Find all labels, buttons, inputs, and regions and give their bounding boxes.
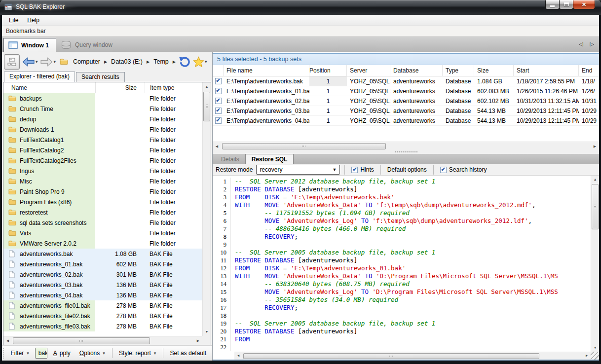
file-list-vertical-scrollbar[interactable]: ▲ ▼ [202, 82, 211, 336]
close-button[interactable]: ✕ [573, 0, 595, 9]
backup-row[interactable]: E:\Temp\adventureworks_04.bak1YOHZ_05\SQ… [213, 116, 599, 126]
backup-row[interactable]: E:\Temp\adventureworks.bak1YOHZ_05\SQL20… [213, 76, 599, 86]
filter-value-combobox[interactable]: bak ▾ [35, 348, 47, 359]
column-header-type[interactable]: Type [443, 65, 474, 76]
file-row[interactable]: adventureworks_file02.bak278 MBBAK File [3, 311, 202, 321]
minimize-button[interactable] [545, 0, 560, 9]
folder-row[interactable]: Program Files (x86)File folder [3, 197, 202, 207]
code-vertical-scrollbar[interactable]: ▲ ▼ [591, 176, 599, 352]
maximize-button[interactable] [559, 0, 573, 9]
scroll-right-icon[interactable]: ▶ [583, 352, 591, 360]
tab-search-results[interactable]: Search results [76, 72, 125, 82]
menu-help[interactable]: Help [23, 16, 43, 25]
splitter-handle[interactable] [395, 151, 417, 152]
folder-row[interactable]: restoretestFile folder [3, 207, 202, 218]
scroll-up-icon[interactable]: ▲ [591, 176, 599, 183]
filter-value[interactable]: bak [36, 348, 47, 358]
backup-table-horizontal-scrollbar[interactable]: ◀ ▶ [213, 142, 599, 150]
folder-row[interactable]: sql data sets screenshotsFile folder [3, 218, 202, 228]
style-menu-button[interactable]: Style: report ▾ [116, 348, 159, 359]
search-history-checkbox-item[interactable]: Search history [438, 166, 489, 173]
backup-row-checkbox[interactable] [215, 98, 222, 104]
tab-explorer-filtered[interactable]: Explorer - filtered (bak) [4, 72, 75, 82]
folder-row[interactable]: FullTextCatalog1File folder [3, 135, 202, 145]
back-history-dropdown-icon[interactable]: ▾ [36, 59, 38, 64]
folder-row[interactable]: MiscFile folder [3, 176, 202, 186]
scrollbar-thumb[interactable] [592, 184, 599, 229]
backup-row[interactable]: E:\Temp\adventureworks_02.bak1YOHZ_05\SQ… [213, 96, 599, 106]
column-header-size[interactable]: Size [474, 65, 514, 76]
folder-row[interactable]: Crunch TimeFile folder [3, 104, 202, 114]
backup-row-checkbox[interactable] [215, 78, 222, 84]
file-row[interactable]: adventureworks_01.bak602 MBBAK File [3, 259, 202, 269]
breadcrumb-item[interactable]: Computer [72, 57, 101, 66]
file-row[interactable]: adventureworks_04.bak136 MBBAK File [3, 290, 202, 300]
backup-row[interactable]: E:\Temp\adventureworks_01.bak1YOHZ_05\SQ… [213, 86, 599, 96]
folder-tree-button[interactable] [4, 54, 20, 70]
breadcrumb-item[interactable]: Temp [152, 57, 170, 66]
folder-row[interactable]: FullTextCatalog2File folder [3, 145, 202, 155]
scrollbar-thumb[interactable] [222, 143, 386, 149]
scroll-up-icon[interactable]: ▲ [203, 82, 211, 91]
scrollbar-thumb[interactable] [203, 92, 210, 121]
default-options-button[interactable]: Default options [385, 166, 429, 173]
back-button[interactable]: ▾ [22, 57, 38, 67]
tab-scroll-left-icon[interactable]: ◁ [579, 41, 583, 47]
folder-row[interactable]: FullTextCatalog2FilesFile folder [3, 155, 202, 166]
backup-row-checkbox[interactable] [215, 108, 222, 114]
scroll-down-icon[interactable]: ▼ [203, 328, 211, 336]
column-header-file-name[interactable]: File name [224, 65, 309, 76]
column-header-size[interactable]: Size [95, 82, 145, 93]
breadcrumb-item[interactable]: Data03 (E:) [110, 57, 144, 66]
column-header-end[interactable]: End [579, 65, 599, 76]
tab-scroll-right-icon[interactable]: ▷ [590, 41, 594, 47]
search-history-checkbox[interactable] [440, 167, 447, 173]
tab-query-window[interactable]: Query window [56, 38, 119, 52]
forward-button[interactable]: ▾ [40, 57, 56, 67]
resize-grip[interactable] [591, 352, 599, 360]
file-row[interactable]: adventureworks_file03.bak278 MBBAK File [3, 321, 202, 331]
column-header-item-type[interactable]: Item type [145, 82, 202, 93]
folder-row[interactable]: VidsFile folder [3, 228, 202, 238]
scroll-left-icon[interactable]: ◀ [3, 336, 12, 345]
forward-history-dropdown-icon[interactable]: ▾ [54, 59, 56, 64]
scroll-left-icon[interactable]: ◀ [213, 142, 221, 150]
apply-button[interactable]: Apply [50, 348, 74, 359]
folder-row[interactable]: VMWare Server 2.0.2File folder [3, 238, 202, 249]
sql-code-editor[interactable]: 1-- SQL Server 2012 database backup file… [213, 176, 599, 360]
column-header-server[interactable]: Server [347, 65, 390, 76]
scroll-right-icon[interactable]: ▶ [591, 142, 599, 150]
refresh-button[interactable] [179, 56, 191, 68]
horizontal-splitter[interactable] [213, 150, 599, 154]
hints-checkbox-item[interactable]: Hints [349, 166, 376, 173]
tab-window-1[interactable]: Window 1 [3, 38, 56, 52]
folder-row[interactable]: IngusFile folder [3, 166, 202, 176]
backup-row-checkbox[interactable] [215, 88, 222, 94]
file-row[interactable]: adventureworks.bak1.08 GBBAK File [3, 249, 202, 259]
file-row[interactable]: adventureworks_file01.bak278 MBBAK File [3, 300, 202, 311]
menu-file[interactable]: File [5, 16, 22, 25]
column-header-name[interactable]: Name [3, 82, 95, 93]
column-header-database[interactable]: Database [390, 65, 443, 76]
column-header-position[interactable]: Position [309, 65, 347, 76]
scroll-down-icon[interactable]: ▼ [591, 344, 599, 352]
favorites-dropdown-icon[interactable]: ▾ [205, 59, 207, 64]
folder-row[interactable]: Paint Shop Pro 9File folder [3, 186, 202, 197]
folder-row[interactable]: backupsFile folder [3, 93, 202, 104]
scrollbar-thumb[interactable] [13, 337, 150, 344]
restore-mode-select[interactable]: recovery ▼ [256, 165, 340, 175]
filter-menu-button[interactable]: Filter ▾ [8, 348, 32, 359]
tab-restore-sql[interactable]: Restore SQL [245, 154, 294, 164]
scroll-right-icon[interactable]: ▶ [194, 336, 202, 345]
folder-row[interactable]: dedupFile folder [3, 114, 202, 124]
options-menu-button[interactable]: Options ▾ [76, 348, 108, 359]
hints-checkbox[interactable] [351, 167, 358, 173]
file-list-horizontal-scrollbar[interactable]: ◀ ▶ [3, 336, 202, 345]
set-as-default-button[interactable]: Set as default [167, 348, 209, 359]
favorites-button[interactable]: ▾ [193, 56, 207, 68]
scrollbar-thumb[interactable] [243, 353, 539, 359]
scroll-left-icon[interactable]: ◀ [234, 352, 242, 360]
code-horizontal-scrollbar[interactable]: ◀ ▶ [234, 352, 591, 360]
file-row[interactable]: adventureworks_03.bak136 MBBAK File [3, 280, 202, 290]
folder-row[interactable]: Downloads 1File folder [3, 124, 202, 135]
